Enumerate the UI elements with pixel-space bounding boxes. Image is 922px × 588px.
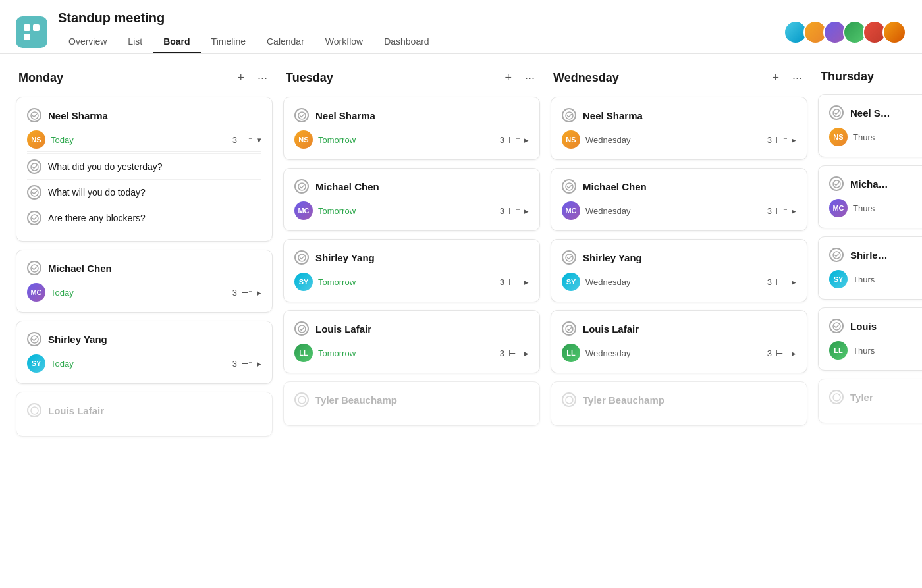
avatar-mon-neel: NS (27, 130, 45, 149)
subtask-title-2: What will you do today? (48, 187, 146, 198)
card-meta-tue-michael: MC Tomorrow 3 ⊢⁻ ▸ (294, 201, 529, 220)
tab-dashboard[interactable]: Dashboard (373, 31, 440, 53)
column-header-tuesday: Tuesday + ··· (283, 70, 540, 86)
card-meta-right-tue-shirley: 3 ⊢⁻ ▸ (500, 277, 529, 287)
expand-icon-mon-michael[interactable]: ▸ (257, 288, 261, 298)
card-tue-michael[interactable]: Michael Chen MC Tomorrow 3 ⊢⁻ ▸ (283, 168, 540, 231)
card-meta-left-mon-shirley: SY Today (27, 354, 74, 373)
card-tue-louis[interactable]: Louis Lafair LL Tomorrow 3 ⊢⁻ ▸ (283, 310, 540, 373)
card-meta-mon-neel: NS Today 3 ⊢⁻ ▾ (27, 130, 261, 149)
card-wed-neel[interactable]: Neel Sharma NS Wednesday 3 ⊢⁻ ▸ (551, 97, 807, 160)
subtask-item[interactable]: What will you do today? (27, 179, 261, 205)
header: Standup meeting Overview List Board Time… (0, 0, 922, 54)
card-thu-tyler[interactable]: Tyler (818, 379, 922, 423)
avatar-tue-louis: LL (294, 344, 313, 362)
card-wed-tyler[interactable]: Tyler Beauchamp (551, 381, 807, 426)
card-name-wed-louis: Louis Lafair (583, 323, 639, 334)
check-icon-tue-shirley (294, 250, 309, 265)
card-name-thu-louis: Louis (850, 321, 877, 332)
subtask-check-1 (27, 159, 41, 174)
card-title-row-wed-neel: Neel Sharma (562, 108, 796, 122)
expand-icon-wed-louis[interactable]: ▸ (792, 348, 796, 358)
date-wed-michael: Wednesday (585, 206, 630, 216)
card-wed-shirley[interactable]: Shirley Yang SY Wednesday 3 ⊢⁻ ▸ (551, 239, 807, 302)
card-meta-wed-shirley: SY Wednesday 3 ⊢⁻ ▸ (562, 273, 796, 291)
expand-icon-tue-louis[interactable]: ▸ (524, 348, 529, 358)
tab-list[interactable]: List (117, 31, 153, 53)
card-thu-neel[interactable]: Neel S… NS Thurs (818, 94, 922, 157)
card-tue-shirley[interactable]: Shirley Yang SY Tomorrow 3 ⊢⁻ ▸ (283, 239, 540, 302)
card-meta-left-thu-michael: MC Thurs (829, 199, 875, 217)
more-wednesday-button[interactable]: ··· (790, 70, 805, 86)
card-mon-neel[interactable]: Neel Sharma NS Today 3 ⊢⁻ ▾ (16, 97, 273, 242)
subtask-count-wed-louis: 3 (767, 348, 772, 358)
column-tuesday: Tuesday + ··· Neel Sharma NS Tomorrow 3 (283, 70, 540, 434)
subtask-item[interactable]: What did you do yesterday? (27, 153, 261, 179)
column-wednesday: Wednesday + ··· Neel Sharma NS Wednesday… (551, 70, 807, 434)
card-title-row-tue-michael: Michael Chen (294, 179, 529, 194)
card-meta-wed-neel: NS Wednesday 3 ⊢⁻ ▸ (562, 130, 796, 149)
card-title-row-mon-shirley: Shirley Yang (27, 332, 261, 346)
card-meta-right-tue-neel: 3 ⊢⁻ ▸ (500, 135, 529, 145)
card-tue-neel[interactable]: Neel Sharma NS Tomorrow 3 ⊢⁻ ▸ (283, 97, 540, 160)
subtask-item[interactable]: Are there any blockers? (27, 205, 261, 230)
tab-workflow[interactable]: Workflow (315, 31, 373, 53)
card-wed-michael[interactable]: Michael Chen MC Wednesday 3 ⊢⁻ ▸ (551, 168, 807, 231)
check-icon-wed-louis (562, 321, 576, 336)
card-name-thu-neel: Neel S… (850, 107, 890, 119)
card-mon-shirley[interactable]: Shirley Yang SY Today 3 ⊢⁻ ▸ (16, 321, 273, 384)
card-name-tue-louis: Louis Lafair (315, 323, 371, 334)
card-name-wed-michael: Michael Chen (583, 181, 647, 192)
card-name-thu-michael: Micha… (850, 178, 888, 190)
column-header-monday: Monday + ··· (16, 70, 273, 86)
card-tue-tyler[interactable]: Tyler Beauchamp (283, 381, 540, 426)
card-mon-michael[interactable]: Michael Chen MC Today 3 ⊢⁻ ▸ (16, 250, 273, 313)
tab-timeline[interactable]: Timeline (201, 31, 256, 53)
add-card-tuesday-button[interactable]: + (502, 70, 514, 86)
tab-overview[interactable]: Overview (58, 31, 117, 53)
expand-icon-tue-michael[interactable]: ▸ (524, 206, 529, 216)
add-card-wednesday-button[interactable]: + (769, 70, 782, 86)
tab-board[interactable]: Board (153, 31, 200, 53)
avatar-thu-shirley: SY (829, 270, 848, 288)
expand-icon-tue-shirley[interactable]: ▸ (524, 277, 529, 287)
more-monday-button[interactable]: ··· (255, 70, 270, 86)
expand-icon-wed-shirley[interactable]: ▸ (792, 277, 796, 287)
tab-calendar[interactable]: Calendar (256, 31, 315, 53)
expand-icon-mon-shirley[interactable]: ▸ (257, 359, 261, 369)
column-header-wednesday: Wednesday + ··· (551, 70, 807, 86)
app-logo (16, 16, 47, 48)
more-tuesday-button[interactable]: ··· (522, 70, 537, 86)
card-meta-mon-michael: MC Today 3 ⊢⁻ ▸ (27, 283, 261, 302)
date-tue-michael: Tomorrow (318, 206, 356, 216)
subtask-icon-tue-shirley: ⊢⁻ (508, 277, 520, 287)
check-icon-wed-michael (562, 179, 576, 194)
card-thu-shirley[interactable]: Shirle… SY Thurs (818, 236, 922, 300)
card-title-row-thu-michael: Micha… (829, 176, 922, 191)
subtask-icon-tue-neel: ⊢⁻ (508, 135, 520, 145)
date-mon-shirley: Today (51, 359, 74, 369)
card-name-tue-neel: Neel Sharma (315, 110, 375, 121)
card-title-row-thu-neel: Neel S… (829, 105, 922, 120)
card-meta-right-mon-neel: 3 ⊢⁻ ▾ (232, 135, 261, 145)
expand-icon-mon-neel[interactable]: ▾ (257, 135, 261, 145)
card-name-thu-shirley: Shirle… (850, 250, 888, 261)
add-card-monday-button[interactable]: + (234, 70, 247, 86)
subtask-icon-wed-michael: ⊢⁻ (776, 206, 788, 216)
card-mon-louis[interactable]: Louis Lafair (16, 392, 273, 437)
expand-icon-wed-neel[interactable]: ▸ (792, 135, 796, 145)
card-meta-tue-shirley: SY Tomorrow 3 ⊢⁻ ▸ (294, 273, 529, 291)
date-thu-louis: Thurs (853, 346, 875, 356)
date-wed-shirley: Wednesday (585, 277, 630, 287)
card-thu-michael[interactable]: Micha… MC Thurs (818, 165, 922, 228)
avatar-user-6 (882, 20, 906, 44)
check-icon-thu-shirley (829, 248, 844, 262)
expand-icon-wed-michael[interactable]: ▸ (792, 206, 796, 216)
card-name-wed-shirley: Shirley Yang (583, 252, 642, 263)
card-wed-louis[interactable]: Louis Lafair LL Wednesday 3 ⊢⁻ ▸ (551, 310, 807, 373)
card-thu-louis[interactable]: Louis LL Thurs (818, 307, 922, 371)
card-meta-left-wed-shirley: SY Wednesday (562, 273, 630, 291)
expand-icon-tue-neel[interactable]: ▸ (524, 135, 529, 145)
card-meta-right-wed-michael: 3 ⊢⁻ ▸ (767, 206, 796, 216)
check-icon-tue-neel (294, 108, 309, 122)
